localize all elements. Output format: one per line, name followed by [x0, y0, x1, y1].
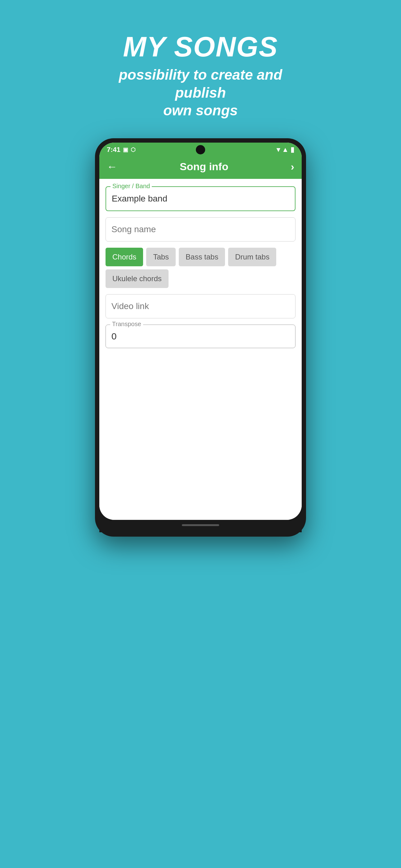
sim-icon: ▣ [123, 146, 128, 153]
phone-bottom-bar [99, 520, 302, 532]
phone-shell: 7:41 ▣ ⬡ ▾ ▲ ▮ ← Song info › Singer / Ba… [95, 138, 306, 537]
next-button[interactable]: › [291, 161, 294, 173]
tab-bass-tabs[interactable]: Bass tabs [179, 248, 225, 266]
tab-tabs[interactable]: Tabs [146, 248, 176, 266]
status-bar: 7:41 ▣ ⬡ ▾ ▲ ▮ [99, 143, 302, 156]
phone-screen: 7:41 ▣ ⬡ ▾ ▲ ▮ ← Song info › Singer / Ba… [99, 143, 302, 520]
tab-chords[interactable]: Chords [106, 248, 143, 266]
shield-icon: ⬡ [131, 146, 136, 153]
wifi-icon: ▾ [277, 146, 280, 154]
back-button[interactable]: ← [107, 161, 117, 173]
status-time: 7:41 [107, 146, 120, 154]
singer-band-field[interactable]: Singer / Band [106, 186, 295, 211]
singer-band-label: Singer / Band [111, 183, 152, 190]
home-bar-indicator [182, 524, 219, 526]
video-link-input[interactable] [106, 294, 295, 318]
battery-icon: ▮ [290, 146, 294, 154]
app-bar: ← Song info › [99, 156, 302, 179]
transpose-field[interactable]: Transpose 0 [106, 324, 295, 348]
status-bar-left: 7:41 ▣ ⬡ [107, 146, 136, 154]
transpose-value: 0 [106, 325, 295, 348]
video-link-field[interactable] [106, 294, 295, 318]
app-bar-title: Song info [180, 161, 228, 173]
status-bar-right: ▾ ▲ ▮ [277, 146, 294, 154]
form-content: Singer / Band Chords Tabs Bass tabs Drum… [99, 179, 302, 520]
transpose-label: Transpose [110, 320, 143, 328]
singer-band-input[interactable] [106, 187, 295, 211]
page-title: MY SONGS [123, 31, 278, 63]
tab-ukulele-chords[interactable]: Ukulele chords [106, 269, 169, 288]
song-name-input[interactable] [106, 218, 295, 241]
tab-drum-tabs[interactable]: Drum tabs [228, 248, 276, 266]
page-subtitle: possibility to create andpublishown song… [119, 66, 282, 120]
signal-icon: ▲ [282, 146, 289, 154]
tab-buttons: Chords Tabs Bass tabs Drum tabs Ukulele … [106, 248, 295, 288]
camera-cutout [196, 145, 205, 154]
song-name-field[interactable] [106, 217, 295, 242]
